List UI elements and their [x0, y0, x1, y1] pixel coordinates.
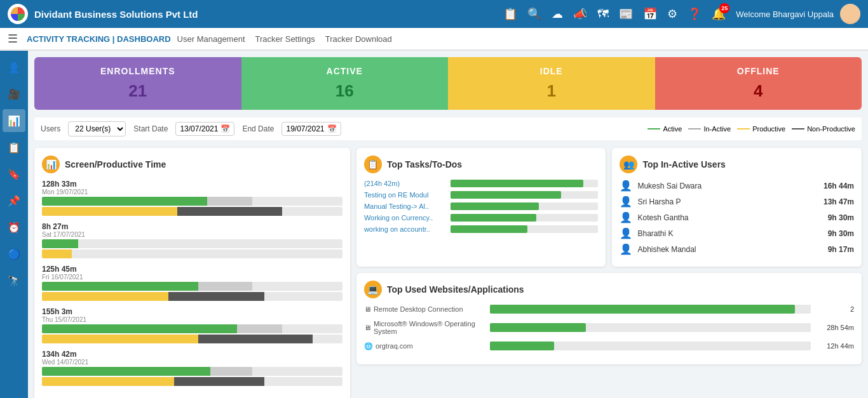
inactive-users-icon: 👥 — [620, 156, 637, 173]
stat-enrollments-title: ENROLLMENTS — [41, 66, 235, 76]
bar-gray — [198, 282, 252, 291]
notification-icon[interactable]: 🔔 25 — [712, 7, 726, 21]
websites-panel: 💻 Top Used Websites/Applications 🖥Remote… — [356, 273, 862, 364]
bar-container — [42, 367, 342, 386]
legend-active-label: Active — [663, 125, 682, 133]
bar-yellow — [42, 377, 174, 386]
website-icon: 🖥 — [364, 324, 371, 331]
website-bar-outer — [490, 342, 811, 350]
website-bar-inner — [490, 342, 554, 350]
website-bar-outer — [490, 305, 811, 314]
tasks-icon: 📋 — [364, 156, 382, 173]
legend: Active In-Active Productive Non-Producti… — [648, 125, 855, 133]
bar-track-2 — [42, 335, 342, 343]
calendar-end-icon[interactable]: 📅 — [327, 124, 337, 133]
header-icons: 📋 🔍 ☁ 📣 🗺 📰 📅 ⚙ ❓ 🔔 25 — [503, 7, 726, 21]
user-avatar-icon: 👤 — [620, 211, 632, 223]
chart-date-label: Sat 17/07/2021 — [42, 231, 342, 238]
stat-idle: IDLE 1 — [448, 57, 655, 110]
list-item: 👤 Abhishek Mandal 9h 17m — [620, 243, 854, 255]
panels-row: 📊 Screen/Productive Time 128h 33m Mon 19… — [34, 148, 862, 398]
hamburger-menu[interactable]: ☰ — [8, 32, 18, 46]
map-icon[interactable]: 🗺 — [597, 8, 609, 21]
nav-tracker-settings[interactable]: Tracker Settings — [255, 34, 315, 44]
breadcrumb: ACTIVITY TRACKING | DASHBOARD — [27, 34, 171, 44]
bar-gray — [207, 197, 252, 206]
bar-green — [42, 367, 210, 376]
bar-track-2 — [42, 292, 342, 301]
task-name: Manual Testing-> Al.. — [364, 202, 447, 210]
sidebar-icon-tasks[interactable]: 📋 — [3, 136, 25, 159]
bar-yellow — [42, 249, 72, 258]
task-bar-outer — [451, 225, 599, 233]
website-icon: 🖥 — [364, 305, 371, 313]
sidebar-icon-user[interactable]: 👤 — [3, 56, 25, 79]
bar-container — [42, 324, 342, 343]
task-name: working on accountr.. — [364, 225, 447, 233]
bar-container — [42, 282, 342, 301]
report-icon[interactable]: 📰 — [619, 7, 633, 21]
announcement-icon[interactable]: 📣 — [573, 7, 587, 21]
list-item: 👤 Mukesh Sai Dwara 16h 44m — [620, 180, 854, 192]
users-select[interactable]: 22 User(s) — [68, 121, 126, 136]
calendar-icon[interactable]: 📅 — [643, 7, 657, 21]
chart-row: 128h 33m Mon 19/07/2021 — [42, 180, 342, 216]
end-date-input[interactable]: 19/07/2021 📅 — [281, 122, 341, 136]
sidebar-icon-clock[interactable]: ⏰ — [3, 216, 25, 239]
user-name: Sri Harsha P — [637, 197, 818, 206]
legend-active: Active — [648, 125, 682, 133]
sidebar-icon-chart[interactable]: 📊 — [3, 109, 25, 132]
task-bar-inner — [451, 191, 561, 199]
user-time: 16h 44m — [824, 182, 854, 190]
stat-active-title: ACTIVE — [248, 66, 442, 76]
user-rows: 👤 Mukesh Sai Dwara 16h 44m 👤 Sri Harsha … — [620, 180, 854, 255]
sidebar-icon-circle[interactable]: 🔵 — [3, 242, 25, 265]
bar-darkgray — [174, 377, 264, 386]
task-bar-inner — [451, 214, 536, 222]
chart-panel-icon: 📊 — [42, 156, 60, 173]
help-icon[interactable]: ❓ — [688, 7, 702, 21]
user-avatar-icon: 👤 — [620, 227, 632, 239]
sidebar-icon-binoculars[interactable]: 🔭 — [3, 269, 25, 292]
user-avatar-icon: 👤 — [620, 243, 632, 255]
task-bar-inner — [451, 225, 527, 233]
cloud-icon[interactable]: ☁ — [552, 7, 563, 21]
stat-enrollments-value: 21 — [41, 81, 235, 101]
user-time: 9h 30m — [828, 213, 854, 222]
user-name: Mukesh Sai Dwara — [637, 182, 818, 190]
stat-enrollments: ENROLLMENTS 21 — [34, 57, 241, 110]
bar-track-2 — [42, 377, 342, 386]
sidebar-icon-bookmark[interactable]: 🔖 — [3, 163, 25, 185]
chart-row: 134h 42m Wed 14/07/2021 — [42, 350, 342, 386]
nav-tracker-download[interactable]: Tracker Download — [325, 34, 392, 44]
calendar-start-icon[interactable]: 📅 — [220, 124, 230, 133]
task-bar-outer — [451, 202, 599, 210]
bar-gray — [237, 324, 282, 333]
bar-track-1 — [42, 324, 342, 333]
bar-green — [42, 239, 78, 248]
search-icon[interactable]: 🔍 — [527, 7, 541, 21]
sidebar-icon-video[interactable]: 🎥 — [3, 83, 25, 105]
bar-green — [42, 324, 237, 333]
task-bar-outer — [451, 180, 599, 187]
settings-icon[interactable]: ⚙ — [667, 7, 677, 21]
inactive-users-panel: 👥 Top In-Active Users 👤 Mukesh Sai Dwara… — [612, 148, 862, 267]
content-area: ENROLLMENTS 21 ACTIVE 16 IDLE 1 OFFLINE … — [28, 51, 868, 398]
start-date-input[interactable]: 13/07/2021 📅 — [175, 122, 234, 136]
stat-offline-value: 4 — [661, 81, 856, 101]
bar-yellow — [42, 335, 198, 343]
documents-icon[interactable]: 📋 — [503, 7, 517, 21]
nav-user-management[interactable]: User Management — [177, 34, 245, 44]
sidebar-icon-pin[interactable]: 📌 — [3, 189, 25, 212]
bar-container — [42, 239, 342, 258]
bar-track-1 — [42, 239, 342, 248]
legend-inactive: In-Active — [688, 125, 731, 133]
bar-darkgray — [198, 335, 313, 343]
list-item: 👤 Bharathi K 9h 30m — [620, 227, 854, 239]
end-date-value: 19/07/2021 — [286, 124, 324, 133]
avatar[interactable] — [840, 4, 860, 24]
chart-panel: 📊 Screen/Productive Time 128h 33m Mon 19… — [34, 148, 350, 398]
filter-row: Users 22 User(s) Start Date 13/07/2021 📅… — [34, 117, 862, 140]
end-date-label: End Date — [242, 124, 274, 133]
list-item: 🖥Microsoft® Windows® Operating System 28… — [364, 320, 854, 335]
